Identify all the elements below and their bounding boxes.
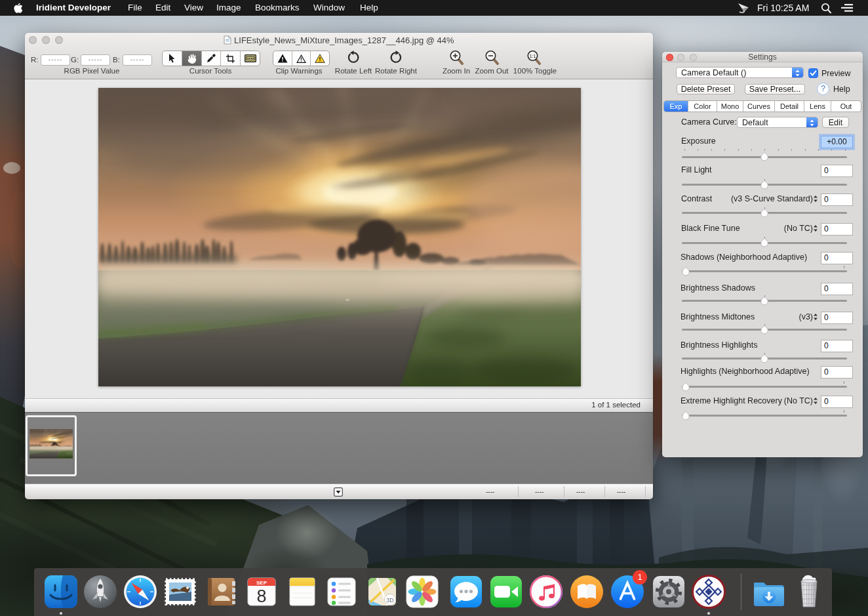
svg-text:1:1: 1:1 (530, 54, 536, 58)
svg-text:3D: 3D (386, 597, 394, 604)
svg-text:SEP: SEP (256, 580, 267, 586)
svg-text:8: 8 (256, 586, 266, 606)
